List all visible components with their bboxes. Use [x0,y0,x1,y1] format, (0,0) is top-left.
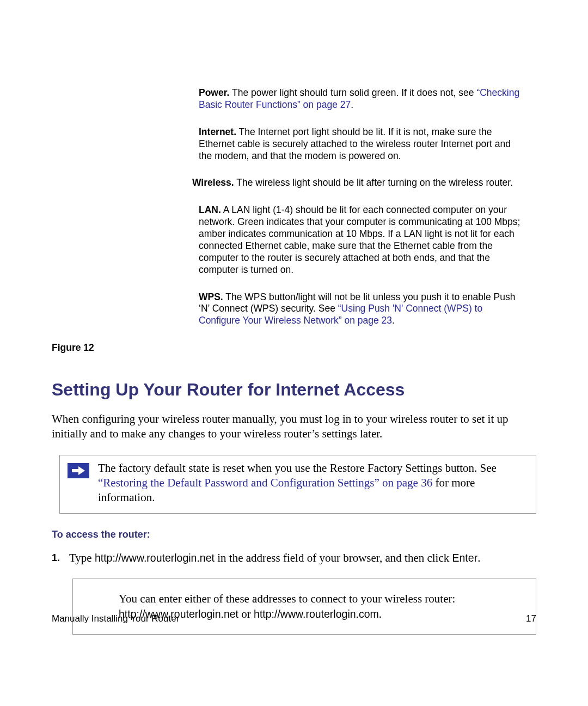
step1-mid: in the address field of your browser, an… [215,551,452,564]
svg-marker-1 [78,466,85,475]
led-wireless-text: The wireless light should be lit after t… [234,177,513,188]
note-box: The factory default state is reset when … [59,455,536,514]
led-internet-block: Internet. The Internet port light should… [199,126,525,162]
led-lan-text: A LAN light (1-4) should be lit for each… [199,204,520,275]
led-power-block: Power. The power light should turn solid… [199,87,525,111]
led-wps-block: WPS. The WPS button/light will not be li… [199,291,525,327]
led-power-tail: . [351,99,353,110]
step-1: 1. Type http://www.routerlogin.net in th… [52,550,536,565]
footer-page-number: 17 [526,613,536,624]
led-lan-block: LAN. A LAN light (1-4) should be lit for… [199,204,525,276]
section-heading: Setting Up Your Router for Internet Acce… [52,380,536,400]
document-page: Power. The power light should turn solid… [0,0,588,706]
led-power-label: Power. [199,87,229,98]
step1-url: http://www.routerlogin.net [95,552,215,564]
footer-section-title: Manually Installing Your Router [52,613,179,624]
led-lan-label: LAN. [199,204,221,215]
led-internet-text: The Internet port light should be lit. I… [199,126,511,161]
page-footer: Manually Installing Your Router 17 [52,613,536,624]
step1-pre: Type [69,551,95,564]
svg-rect-0 [72,469,78,472]
intro-paragraph: When configuring your wireless router ma… [52,412,536,442]
step-text: Type http://www.routerlogin.net in the a… [69,550,480,565]
led-wireless-label: Wireless. [192,177,234,188]
tip-box: You can enter either of these addresses … [72,579,536,635]
led-wps-label: WPS. [199,291,223,302]
access-router-heading: To access the router: [52,529,536,540]
step1-enter: Enter [452,552,478,564]
note-pre: The factory default state is reset when … [98,461,497,474]
led-power-text: The power light should turn solid green.… [229,87,476,98]
tip-line1: You can enter either of these addresses … [119,592,455,605]
led-internet-label: Internet. [199,126,236,137]
step1-tail: . [477,551,480,564]
led-wps-tail: . [392,315,395,326]
link-restoring-default-password[interactable]: “Restoring the Default Password and Conf… [98,476,432,489]
step-number: 1. [52,550,64,565]
figure-caption: Figure 12 [52,342,536,354]
led-wireless-block: Wireless. The wireless light should be l… [192,177,525,189]
note-text: The factory default state is reset when … [98,461,528,506]
arrow-right-icon [68,463,89,478]
